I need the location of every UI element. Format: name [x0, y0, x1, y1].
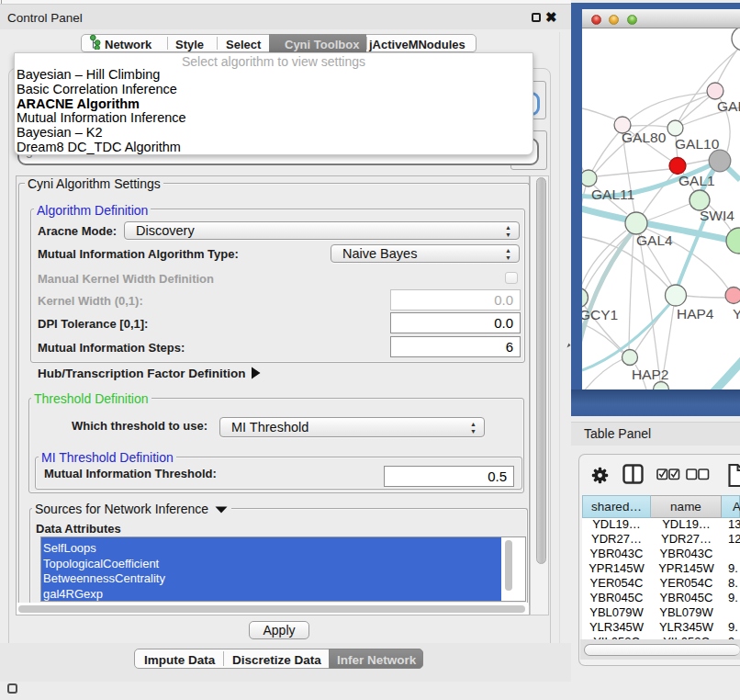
svg-text:SWI4: SWI4	[700, 208, 734, 223]
svg-text:Y: Y	[733, 306, 740, 322]
svg-text:GCY1: GCY1	[582, 307, 618, 322]
svg-text:GAL1: GAL1	[678, 173, 715, 188]
svg-text:HAP2: HAP2	[632, 367, 669, 382]
svg-text:GAL10: GAL10	[675, 136, 720, 152]
svg-text:GAL4: GAL4	[636, 232, 673, 248]
svg-text:GAL11: GAL11	[591, 186, 634, 202]
svg-text:HAP4: HAP4	[677, 306, 714, 322]
svg-text:GAL80: GAL80	[622, 130, 667, 145]
svg-text:GAL: GAL	[717, 98, 740, 114]
